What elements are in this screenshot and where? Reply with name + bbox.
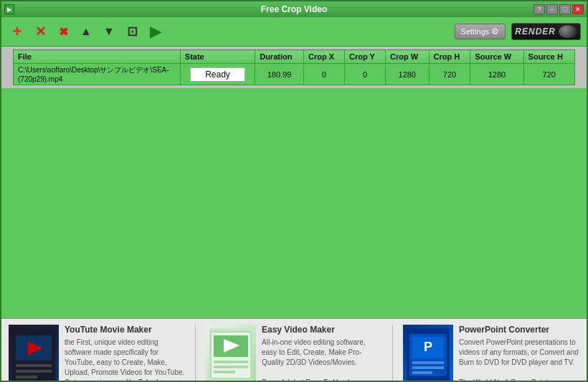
settings-label-text: Settings bbox=[461, 27, 490, 36]
render-button[interactable]: RENDER bbox=[511, 23, 581, 40]
banner-youtube-title: YouTute Movie Maker bbox=[65, 325, 185, 335]
render-logo-text: RENDER bbox=[515, 27, 556, 37]
add-button[interactable]: + bbox=[7, 22, 27, 42]
titlebar-left: ▶ bbox=[4, 4, 17, 14]
table-header-row: File State Duration Crop X Crop Y Crop W… bbox=[14, 50, 575, 64]
crop-button[interactable]: ⊡ bbox=[122, 22, 142, 42]
svg-rect-10 bbox=[214, 360, 248, 363]
col-source-w: Source W bbox=[470, 50, 523, 64]
col-crop-h: Crop H bbox=[429, 50, 470, 64]
cell-source-w: 1280 bbox=[470, 64, 523, 85]
cell-duration: 180.99 bbox=[255, 64, 304, 85]
maximize-button[interactable]: □ bbox=[559, 4, 571, 14]
svg-text:P: P bbox=[424, 340, 432, 354]
banner-youtube: YouTute Movie Maker the First, unique vi… bbox=[9, 325, 185, 382]
file-table-container: File State Duration Crop X Crop Y Crop W… bbox=[1, 47, 587, 88]
close-button[interactable]: ✕ bbox=[572, 4, 584, 14]
toolbar-buttons: + ✕ ✖ ▲ ▼ ⊡ ▶ bbox=[7, 22, 165, 42]
col-crop-x: Crop X bbox=[303, 50, 344, 64]
cell-file: C:\Users\softaro\Desktop\サンプルビデオ\SEA-(72… bbox=[14, 64, 181, 85]
cell-source-h: 720 bbox=[523, 64, 574, 85]
banner-youtube-thumb bbox=[9, 325, 59, 382]
banner-powerpoint-title: PowerPoint Converter bbox=[459, 325, 579, 335]
cancel-button[interactable]: ✖ bbox=[53, 22, 73, 42]
minimize-button[interactable]: − bbox=[546, 4, 558, 14]
titlebar-controls: ? − □ ✕ bbox=[534, 4, 584, 14]
banner-youtube-desc: the First, unique video editing software… bbox=[65, 338, 185, 382]
svg-rect-3 bbox=[16, 364, 52, 367]
banner-powerpoint-desc: Convert PowerPoint presentations to vide… bbox=[459, 338, 579, 382]
banner-powerpoint-text: PowerPoint Converter Convert PowerPoint … bbox=[459, 325, 579, 382]
toolbar: + ✕ ✖ ▲ ▼ ⊡ ▶ Settings ⚙ RENDER bbox=[1, 17, 587, 47]
banner-powerpoint-thumb: P bbox=[403, 325, 453, 382]
banner-divider-1 bbox=[195, 325, 196, 382]
bottom-banner: YouTute Movie Maker the First, unique vi… bbox=[1, 317, 587, 382]
main-window: ▶ Free Crop Video ? − □ ✕ + ✕ ✖ ▲ ▼ ⊡ ▶ … bbox=[0, 0, 588, 382]
cell-crop-x: 0 bbox=[303, 64, 344, 85]
col-source-h: Source H bbox=[523, 50, 574, 64]
svg-rect-5 bbox=[16, 376, 37, 378]
col-crop-w: Crop W bbox=[385, 50, 429, 64]
svg-rect-19 bbox=[412, 371, 432, 374]
col-duration: Duration bbox=[255, 50, 304, 64]
cell-crop-h: 720 bbox=[429, 64, 470, 85]
settings-button[interactable]: Settings ⚙ bbox=[455, 24, 506, 39]
titlebar: ▶ Free Crop Video ? − □ ✕ bbox=[1, 1, 587, 17]
svg-rect-4 bbox=[16, 370, 52, 373]
svg-rect-11 bbox=[214, 366, 248, 368]
move-up-button[interactable]: ▲ bbox=[76, 22, 96, 42]
content-area bbox=[1, 88, 587, 317]
move-down-button[interactable]: ▼ bbox=[99, 22, 119, 42]
cell-crop-y: 0 bbox=[345, 64, 386, 85]
settings-render: Settings ⚙ RENDER bbox=[455, 23, 581, 40]
svg-rect-12 bbox=[214, 371, 235, 373]
col-file: File bbox=[14, 50, 181, 64]
banner-powerpoint: P PowerPoint Converter Convert PowerPoin… bbox=[403, 325, 579, 382]
cell-state: Ready bbox=[180, 64, 255, 85]
remove-button[interactable]: ✕ bbox=[30, 22, 50, 42]
svg-rect-18 bbox=[412, 366, 444, 369]
play-button[interactable]: ▶ bbox=[145, 22, 165, 42]
app-icon: ▶ bbox=[4, 4, 14, 14]
table-row[interactable]: C:\Users\softaro\Desktop\サンプルビデオ\SEA-(72… bbox=[14, 64, 575, 85]
state-badge: Ready bbox=[190, 67, 245, 82]
banner-youtube-text: YouTute Movie Maker the First, unique vi… bbox=[65, 325, 185, 382]
banner-easy-video: Easy Video Maker All-in-one video editin… bbox=[206, 325, 382, 382]
file-table: File State Duration Crop X Crop Y Crop W… bbox=[13, 49, 575, 85]
banner-easy-video-thumb bbox=[206, 325, 256, 382]
banner-divider-2 bbox=[392, 325, 393, 382]
render-sphere-icon bbox=[559, 25, 577, 38]
svg-rect-17 bbox=[412, 361, 444, 364]
titlebar-title: Free Crop Video bbox=[261, 4, 327, 14]
col-state: State bbox=[180, 50, 255, 64]
banner-easy-video-title: Easy Video Maker bbox=[262, 325, 382, 335]
settings-icon: ⚙ bbox=[491, 27, 499, 37]
banner-easy-video-desc: All-in-one video editing software, easy … bbox=[262, 338, 382, 382]
help-button[interactable]: ? bbox=[534, 4, 545, 14]
cell-crop-w: 1280 bbox=[385, 64, 429, 85]
col-crop-y: Crop Y bbox=[345, 50, 386, 64]
banner-easy-video-text: Easy Video Maker All-in-one video editin… bbox=[262, 325, 382, 382]
